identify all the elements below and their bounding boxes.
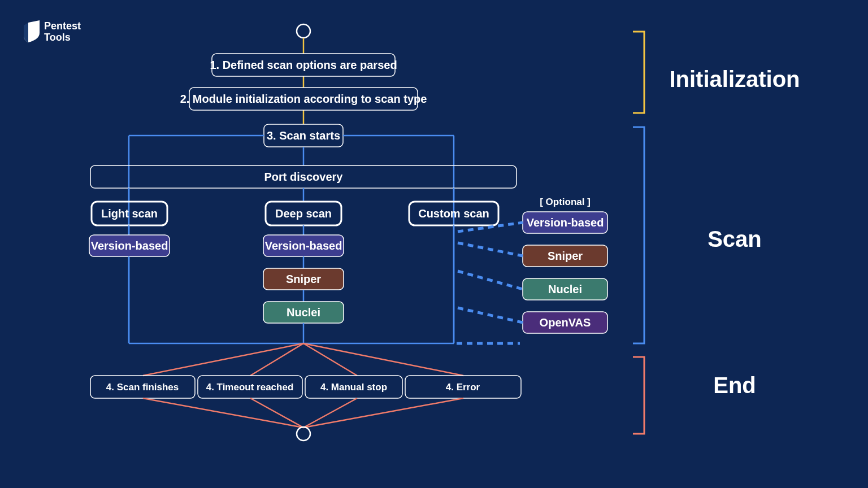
custom-scan-label: Custom scan xyxy=(418,207,489,220)
step-2-label: 2. Module initialization according to sc… xyxy=(180,93,427,105)
dash-4 xyxy=(458,308,523,323)
opt-openvas-label: OpenVAS xyxy=(540,316,591,329)
logo-text-1: Pentest xyxy=(44,20,81,32)
light-scan-label: Light scan xyxy=(101,207,158,220)
end-finish-label: 4. Scan finishes xyxy=(106,382,179,393)
optional-label: [ Optional ] xyxy=(540,197,591,207)
step-1-label: 1. Defined scan options are parsed xyxy=(210,59,397,71)
logo: Pentest Tools xyxy=(24,20,81,43)
bracket-init: Initialization xyxy=(633,32,800,113)
dash-3 xyxy=(458,271,523,289)
opt-sniper-label: Sniper xyxy=(548,250,583,262)
section-scan-label: Scan xyxy=(708,226,762,251)
salmon-8 xyxy=(303,398,463,428)
step-3-label: 3. Scan starts xyxy=(267,129,340,142)
section-end-label: End xyxy=(713,373,756,398)
opt-nuclei-label: Nuclei xyxy=(548,283,582,295)
deep-sniper-label: Sniper xyxy=(286,273,321,285)
end-timeout-label: 4. Timeout reached xyxy=(206,382,294,393)
start-node xyxy=(297,24,310,38)
dash-2 xyxy=(458,243,523,256)
end-error-label: 4. Error xyxy=(446,382,480,393)
deep-version-label: Version-based xyxy=(265,239,342,252)
deep-scan-label: Deep scan xyxy=(275,207,332,220)
port-discovery-label: Port discovery xyxy=(264,171,344,183)
opt-version-label: Version-based xyxy=(527,216,604,229)
salmon-1 xyxy=(143,343,303,376)
salmon-4 xyxy=(303,343,463,376)
logo-text-2: Tools xyxy=(44,32,71,43)
dash-1 xyxy=(458,223,523,232)
end-node xyxy=(297,427,310,441)
bracket-scan: Scan xyxy=(633,127,762,343)
end-manual-label: 4. Manual stop xyxy=(320,382,387,393)
light-version-label: Version-based xyxy=(91,239,168,252)
bracket-end: End xyxy=(633,357,756,434)
deep-nuclei-label: Nuclei xyxy=(287,306,320,319)
section-init-label: Initialization xyxy=(669,67,800,91)
salmon-5 xyxy=(143,398,303,428)
